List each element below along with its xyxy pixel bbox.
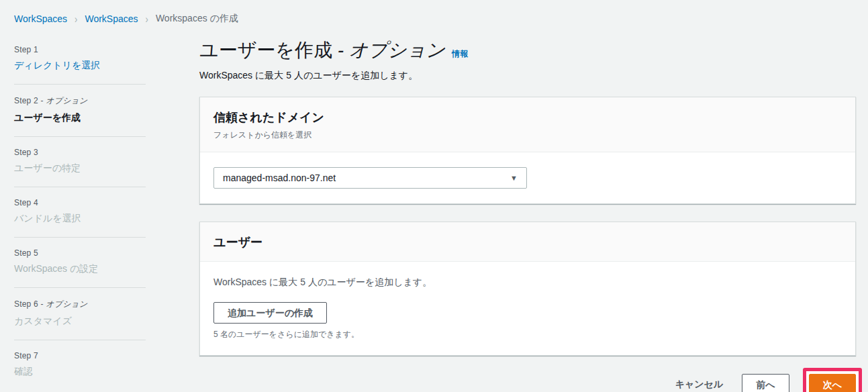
previous-button[interactable]: 前へ <box>742 374 789 392</box>
step-number-label: Step 7 <box>14 351 146 360</box>
page-description: WorkSpaces に最大 5 人のユーザーを追加します。 <box>199 70 856 82</box>
trusted-domain-card-body: managed-msad.non-97.net ▼ <box>200 152 855 203</box>
breadcrumb-current-page: Workspaces の作成 <box>156 13 238 25</box>
trusted-domain-card-description: フォレストから信頼を選択 <box>213 130 842 141</box>
wizard-steps-nav: Step 1 ディレクトリを選択 Step 2 - オプション ユーザーを作成 … <box>14 45 146 390</box>
step-item-1: Step 1 ディレクトリを選択 <box>14 45 146 85</box>
main-content: ユーザーを作成 - オプション情報 WorkSpaces に最大 5 人のユーザ… <box>199 38 856 392</box>
step-item-5: Step 5 WorkSpaces の設定 <box>14 238 146 288</box>
annotation-highlight-box: 次へ <box>803 368 862 392</box>
step-future-workspaces-settings: WorkSpaces の設定 <box>14 263 146 275</box>
step-number-label: Step 3 <box>14 148 146 157</box>
users-card-body: WorkSpaces に最大 5 人のユーザーを追加します。 追加ユーザーの作成… <box>200 262 855 355</box>
step-current-create-users: ユーザーを作成 <box>14 112 146 124</box>
step-number-label: Step 6 - オプション <box>14 299 146 310</box>
step-item-6: Step 6 - オプション カスタマイズ <box>14 288 146 340</box>
trusted-domain-card: 信頼されたドメイン フォレストから信頼を選択 managed-msad.non-… <box>199 97 856 204</box>
trusted-domain-card-title: 信頼されたドメイン <box>213 109 842 126</box>
step-item-3: Step 3 ユーザーの特定 <box>14 137 146 187</box>
create-additional-users-button[interactable]: 追加ユーザーの作成 <box>213 302 327 324</box>
users-remaining-hint: 5 名のユーザーをさらに追加できます。 <box>213 329 842 340</box>
step-item-2: Step 2 - オプション ユーザーを作成 <box>14 85 146 137</box>
step-future-customize: カスタマイズ <box>14 315 146 328</box>
cancel-button[interactable]: キャンセル <box>675 379 724 391</box>
step-item-4: Step 4 バンドルを選択 <box>14 187 146 238</box>
step-number-label: Step 4 <box>14 198 146 207</box>
breadcrumb-separator-icon: › <box>146 13 148 26</box>
info-link[interactable]: 情報 <box>452 49 468 58</box>
next-button[interactable]: 次へ <box>809 374 856 392</box>
users-card: ユーザー WorkSpaces に最大 5 人のユーザーを追加します。 追加ユー… <box>199 222 856 356</box>
users-card-description: WorkSpaces に最大 5 人のユーザーを追加します。 <box>213 277 842 289</box>
trusted-domain-card-header: 信頼されたドメイン フォレストから信頼を選択 <box>200 97 855 152</box>
page-title: ユーザーを作成 - オプション情報 <box>199 38 856 62</box>
breadcrumb-link-workspaces-1[interactable]: WorkSpaces <box>14 13 67 24</box>
step-item-7: Step 7 確認 <box>14 340 146 390</box>
step-future-review: 確認 <box>14 366 146 378</box>
step-number-label: Step 5 <box>14 248 146 258</box>
step-future-select-bundle: バンドルを選択 <box>14 213 146 225</box>
wizard-footer-actions: キャンセル 前へ 次へ <box>199 368 856 392</box>
users-card-header: ユーザー <box>200 222 855 262</box>
chevron-down-icon: ▼ <box>510 175 518 182</box>
breadcrumb-separator-icon: › <box>75 13 77 26</box>
trusted-domain-select[interactable]: managed-msad.non-97.net ▼ <box>213 167 527 189</box>
step-future-identify-users: ユーザーの特定 <box>14 162 146 175</box>
step-number-label: Step 1 <box>14 45 146 54</box>
users-card-title: ユーザー <box>213 234 842 250</box>
breadcrumb-link-workspaces-2[interactable]: WorkSpaces <box>85 13 138 24</box>
step-link-select-directory[interactable]: ディレクトリを選択 <box>14 60 146 72</box>
breadcrumb: WorkSpaces › WorkSpaces › Workspaces の作成 <box>0 0 868 25</box>
trusted-domain-select-value: managed-msad.non-97.net <box>223 173 336 183</box>
step-number-label: Step 2 - オプション <box>14 95 146 107</box>
